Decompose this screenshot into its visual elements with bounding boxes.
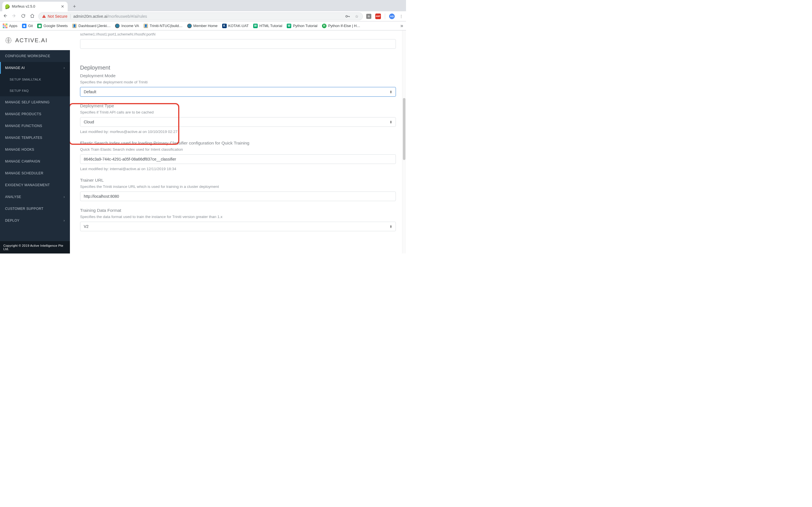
desc-trainer-url: Specifies the Triniti instance URL which… [80, 184, 396, 189]
url-scheme-input[interactable] [80, 39, 396, 49]
extension-grammarly-icon[interactable]: G [366, 14, 371, 19]
bitbucket-icon: ◆ [22, 24, 27, 28]
scrollbar-thumb[interactable] [403, 98, 405, 160]
sidebar-item-deploy[interactable]: Deploy › [0, 215, 70, 226]
browser-tab-active[interactable]: Morfeus v2.5.0 ✕ [2, 2, 68, 11]
sidebar-item-campaign[interactable]: Manage Campaign [0, 156, 70, 167]
apps-grid-icon [3, 24, 7, 28]
arrow-right-icon [11, 13, 17, 18]
sidebar-item-customer-support[interactable]: Customer Support [0, 203, 70, 215]
brand-name: ACTIVE.AI [15, 37, 48, 44]
star-icon[interactable]: ☆ [354, 14, 359, 19]
desc-training-format: Specifies the data format used to train … [80, 215, 396, 219]
bookmark-apps-label: Apps [9, 24, 17, 28]
back-button[interactable] [2, 13, 8, 19]
content-scrollbar[interactable] [402, 31, 406, 253]
globe-icon: 🌐 [187, 24, 192, 28]
label-deployment-mode: Deployment Mode [80, 73, 396, 78]
arrow-left-icon [3, 13, 8, 18]
browser-toolbar: Not Secure admin20m.active.ai/morfeusweb… [0, 11, 406, 21]
brain-logo-icon [4, 37, 12, 44]
address-bar[interactable]: Not Secure admin20m.active.ai/morfeusweb… [38, 12, 363, 20]
brand-block[interactable]: ACTIVE.AI [0, 31, 70, 50]
select-training-format[interactable]: V2 ▲▼ [80, 222, 396, 231]
select-arrows-icon: ▲▼ [388, 90, 394, 94]
chevron-right-icon: › [64, 219, 65, 223]
footer-copyright: Copyright © 2019 Active Intelligence Pte… [0, 241, 70, 253]
sidebar-item-configure-workspace[interactable]: Configure Workspace [0, 50, 70, 62]
select-deployment-mode[interactable]: Default ▲▼ [80, 87, 396, 97]
jenkins-icon: 👤 [72, 24, 77, 28]
bookmarks-overflow-icon[interactable]: » [400, 23, 403, 29]
kotak-icon: K [222, 24, 227, 28]
security-status[interactable]: Not Secure [42, 14, 67, 18]
desc-es-index: Quick Train Elastic Search index used fo… [80, 147, 396, 152]
home-button[interactable] [29, 13, 35, 19]
select-deployment-type-value: Cloud [84, 120, 94, 124]
home-icon [30, 13, 35, 18]
url-scheme-hint: scheme1://host1:port1,schemeN://hostN:po… [80, 32, 396, 36]
sheets-icon: ▦ [37, 24, 42, 28]
select-deployment-type[interactable]: Cloud ▲▼ [80, 117, 396, 127]
url-host: admin20m.active.ai [73, 14, 107, 18]
sidebar-item-manage-ai[interactable]: Manage AI › [0, 62, 70, 74]
new-tab-button[interactable]: + [70, 3, 79, 10]
app-root: ACTIVE.AI Configure Workspace Manage AI … [0, 31, 406, 253]
select-arrows-icon: ▲▼ [388, 225, 394, 228]
bookmark-git[interactable]: ◆ Git [22, 24, 33, 28]
bookmark-income-va[interactable]: 🌐 Income VA [115, 24, 139, 28]
select-deployment-mode-value: Default [84, 90, 96, 94]
extension-abp-icon[interactable]: ABP [375, 13, 381, 19]
sidebar-subitem-setup-faq[interactable]: Setup FAQ [0, 85, 70, 96]
globe-icon: 🌐 [115, 24, 119, 28]
bookmark-html-tutorial[interactable]: W HTML Tutorial [253, 24, 282, 28]
bookmark-google-sheets[interactable]: ▦ Google Sheets [37, 24, 68, 28]
sidebar-item-scheduler[interactable]: Manage Scheduler [0, 167, 70, 179]
sidebar-item-exigency[interactable]: Exigency Management [0, 179, 70, 191]
browser-tabstrip: Morfeus v2.5.0 ✕ + [0, 0, 406, 11]
w3-icon: W [253, 24, 258, 28]
sidebar-item-self-learning[interactable]: Manage Self Learning [0, 96, 70, 108]
bookmark-apps[interactable]: Apps [3, 24, 17, 28]
select-arrows-icon: ▲▼ [388, 120, 394, 124]
input-es-index[interactable] [80, 154, 396, 164]
kebab-menu-icon[interactable]: ⋮ [399, 14, 404, 19]
label-es-index: Elastic Search Index used for loading Pr… [80, 140, 396, 146]
profile-avatar[interactable]: AG [389, 13, 395, 19]
w3-icon: W [287, 24, 291, 28]
key-icon[interactable] [345, 14, 350, 19]
reload-button[interactable] [20, 13, 26, 19]
tab-close-icon[interactable]: ✕ [60, 4, 65, 9]
select-training-format-value: V2 [84, 224, 89, 229]
sidebar-item-analyse[interactable]: Analyse › [0, 191, 70, 203]
sidebar-item-products[interactable]: Manage Products [0, 108, 70, 120]
bookmark-triniti-ntuc[interactable]: 👤 Triniti-NTUC(build… [144, 24, 183, 28]
input-trainer-url[interactable] [80, 191, 396, 201]
warning-triangle-icon [42, 14, 46, 18]
bookmark-jenkins[interactable]: 👤 Dashboard [Jenki… [72, 24, 110, 28]
forward-button[interactable] [11, 13, 17, 19]
modnote-deployment-type: Last modified by: morfeus@active.ai on 1… [80, 129, 396, 134]
omnibox-divider [70, 14, 70, 18]
sidebar-item-functions[interactable]: Manage Functions [0, 120, 70, 132]
bookmarks-bar: Apps ◆ Git ▦ Google Sheets 👤 Dashboard [… [0, 21, 406, 31]
chevron-right-icon: › [64, 66, 65, 70]
sidebar-item-hooks[interactable]: Manage Hooks [0, 144, 70, 156]
tab-favicon [4, 4, 10, 9]
label-deployment-type: Deployment Type [80, 103, 396, 108]
bookmark-python-tutorial[interactable]: W Python Tutorial [287, 24, 317, 28]
sidebar-item-templates[interactable]: Manage Templates [0, 132, 70, 144]
bookmark-kotak-uat[interactable]: K KOTAK-UAT [222, 24, 249, 28]
omnibox-actions: ☆ [345, 14, 359, 19]
url-path: /morfeusweb/#/ai/rules [107, 14, 147, 18]
bookmark-python-ifelse[interactable]: H Python If-Else | H… [322, 24, 360, 28]
jenkins-icon: 👤 [144, 24, 148, 28]
main-content: scheme1://host1:port1,schemeN://hostN:po… [70, 31, 406, 253]
sidebar-subitem-setup-smalltalk[interactable]: Setup Smalltalk [0, 74, 70, 85]
modnote-es-index: Last modified by: internal@active.ai on … [80, 167, 396, 171]
bookmark-member-home[interactable]: 🌐 Member Home [187, 24, 218, 28]
desc-deployment-mode: Specifies the deployment mode of Triniti [80, 80, 396, 84]
svg-point-0 [346, 15, 347, 17]
reload-icon [21, 13, 26, 18]
url-text: admin20m.active.ai/morfeusweb/#/ai/rules [73, 14, 147, 18]
